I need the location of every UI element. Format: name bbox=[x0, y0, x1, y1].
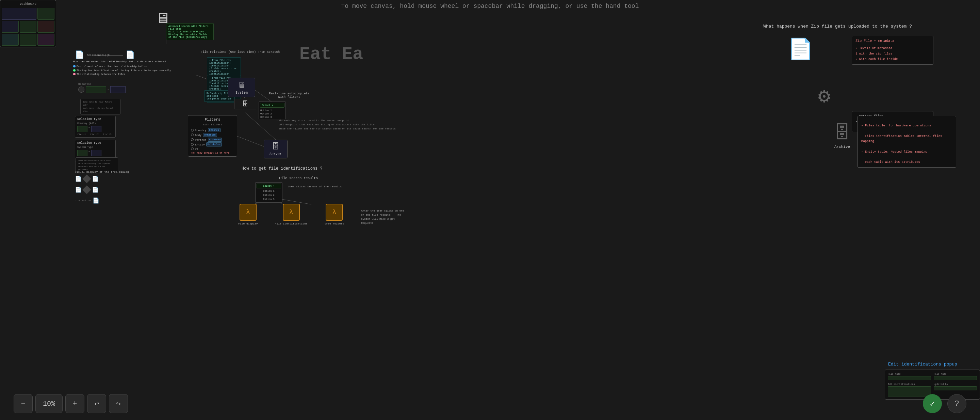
zoom-level-display: 10% bbox=[35, 394, 63, 413]
after-click-note: After the user clicks on one of the file… bbox=[361, 209, 405, 225]
dash-cell-6 bbox=[2, 34, 19, 46]
rel-box-1b bbox=[91, 126, 102, 132]
flow-diamond-2 bbox=[82, 185, 91, 194]
user-clicks-label: User clicks on one of the results bbox=[288, 182, 342, 188]
radio-partner[interactable] bbox=[191, 138, 194, 141]
filter-highlight-text: How many default is on here bbox=[191, 152, 234, 154]
bullet-item-1: Each element of more than two relationsh… bbox=[73, 65, 171, 69]
zip-note-title: Zip File + metadata bbox=[856, 38, 930, 44]
archive-right-label: Archive bbox=[834, 145, 851, 149]
radio-entity[interactable] bbox=[191, 143, 194, 146]
autocomplete-select[interactable]: Select ▾ bbox=[260, 103, 285, 108]
tables-note-box: - Files table: for hardware operations -… bbox=[858, 116, 956, 168]
how-to-get-title: How to get file identifications ? bbox=[242, 166, 323, 171]
bottom-right-icons: ✓ ? bbox=[923, 394, 966, 413]
dash-cell-3 bbox=[2, 21, 19, 33]
search-select[interactable]: Select ▾ bbox=[256, 184, 281, 188]
rel-box-1a bbox=[77, 126, 88, 132]
dash-cell-4 bbox=[20, 21, 37, 33]
flow-doc-1: 📄 bbox=[75, 176, 82, 182]
filter-entity: Entity Unlabeled bbox=[191, 142, 234, 147]
file-icon-tree: λ tree folders bbox=[325, 204, 344, 225]
search-option-3[interactable]: Option 3 bbox=[256, 197, 281, 201]
filter-body: Body Unmasked bbox=[191, 133, 234, 137]
computer-note-box: Advanced search with filters File tree E… bbox=[166, 23, 214, 40]
relationship-label: Relationship bbox=[87, 53, 107, 56]
tables-note-text: - Files table: for hardware operations -… bbox=[861, 118, 953, 165]
dashboard-title: Dashboard bbox=[2, 2, 54, 6]
relationship-area: 📄 Relationship 📄 bbox=[75, 50, 135, 60]
left-note-1: Some note to your future self text here … bbox=[80, 99, 121, 115]
tag-unmasked: Unmasked bbox=[203, 133, 217, 137]
flow-row-1: 📄 📄 bbox=[75, 176, 129, 182]
filter-partner: Partner Archived bbox=[191, 137, 234, 142]
file-id-section: How to get file identifications ? bbox=[242, 166, 323, 171]
relation-type-1: Relation type Company (All) → field1 fie… bbox=[75, 116, 116, 137]
shield-icon-button[interactable]: ✓ bbox=[923, 394, 942, 413]
svg-line-4 bbox=[237, 136, 264, 147]
filters-subtitle: with filters bbox=[191, 123, 234, 126]
archive-small-icon: 🗄 bbox=[236, 101, 255, 108]
arrow-line bbox=[109, 55, 123, 56]
tag-archived: Archived bbox=[208, 137, 222, 142]
lambda-identifications: λ bbox=[283, 204, 300, 221]
bullet-notes-area: How can we make this relationship into a… bbox=[73, 60, 171, 77]
ac-option-1[interactable]: Option 1 bbox=[259, 109, 285, 112]
dashboard-node: Dashboard bbox=[0, 0, 56, 47]
tables-note-container: - Files table: for hardware operations -… bbox=[858, 116, 963, 168]
server-icon: 🗄 bbox=[266, 142, 285, 151]
relation-box-1: Relation type Company (All) → field1 fie… bbox=[75, 116, 116, 137]
edit-filename-input-2[interactable] bbox=[934, 376, 977, 380]
radio-body[interactable] bbox=[191, 134, 194, 136]
lambda-tree: λ bbox=[326, 204, 343, 221]
file-display-label: File display bbox=[238, 222, 258, 225]
computer-note-text: Advanced search with filters File tree E… bbox=[169, 25, 211, 38]
edit-filename-input[interactable] bbox=[888, 376, 931, 380]
large-file-icon: 📄 bbox=[788, 37, 813, 62]
report-detail bbox=[110, 86, 126, 93]
file-identifications-label: File identifications bbox=[275, 222, 308, 225]
flow-row-3: → or action 📄 bbox=[75, 197, 129, 204]
help-icon-button[interactable]: ? bbox=[947, 394, 966, 413]
zoom-out-button[interactable]: − bbox=[14, 394, 33, 413]
rel-box-2a bbox=[77, 150, 88, 156]
autocomplete-panel: Select ▾ Option 1 Option 2 Option 3 bbox=[259, 102, 286, 119]
search-option-2[interactable]: Option 2 bbox=[256, 193, 281, 197]
redo-button[interactable]: ↪ bbox=[109, 394, 128, 413]
flow-row-2: 📄 📄 bbox=[75, 186, 129, 193]
file-relations-title: File relations (One last time) From scra… bbox=[201, 50, 280, 54]
zip-section: What happens when Zip file gets uploaded… bbox=[763, 24, 912, 97]
flow-diamond-1 bbox=[82, 174, 91, 183]
flow-doc-3: 📄 bbox=[75, 186, 82, 193]
bullet-circle-1 bbox=[73, 65, 76, 67]
zoom-in-button[interactable]: + bbox=[65, 394, 84, 413]
flow-doc-4: 📄 bbox=[92, 186, 99, 193]
ac-option-2[interactable]: Option 2 bbox=[259, 112, 285, 115]
filters-panel: Filters with filters Country Channel Bod… bbox=[188, 115, 237, 157]
dash-cell-1 bbox=[2, 8, 37, 20]
edit-popup-title: Edit identifications popup bbox=[885, 362, 980, 367]
file-icon-identifications: λ File identifications bbox=[275, 204, 308, 225]
reports-area: Reports: → bbox=[78, 82, 126, 93]
search-option-1[interactable]: Option 1 bbox=[256, 189, 281, 193]
radio-country[interactable] bbox=[191, 129, 194, 131]
flow-doc-2: 📄 bbox=[92, 176, 99, 182]
system-icon: 🖥 bbox=[231, 80, 253, 90]
bullet-circle-3 bbox=[73, 73, 76, 75]
visual-display-section: Visual display of the tree dialog 📄 📄 📄 … bbox=[75, 170, 129, 204]
radio-ui[interactable] bbox=[191, 147, 194, 150]
zip-title: What happens when Zip file gets uploaded… bbox=[763, 24, 912, 29]
rel-box-2b bbox=[91, 150, 102, 156]
zip-note-content: 2 levels of metadata 1 with the zip file… bbox=[856, 46, 930, 62]
system-label: System bbox=[231, 91, 253, 95]
filter-country: Country Channel bbox=[191, 128, 234, 132]
server-label: Server bbox=[266, 152, 285, 156]
doc-icon-right: 📄 bbox=[126, 50, 135, 60]
archive-node-small: 🗄 bbox=[234, 99, 256, 109]
tag-unlabeled: Unlabeled bbox=[206, 142, 222, 147]
undo-button[interactable]: ↩ bbox=[87, 394, 106, 413]
edit-updated-input[interactable] bbox=[934, 386, 977, 390]
report-bar bbox=[86, 86, 106, 93]
search-results-panel: Select ▾ Option 1 Option 2 Option 3 bbox=[255, 182, 282, 203]
file-icon-display: λ File display bbox=[238, 204, 258, 225]
